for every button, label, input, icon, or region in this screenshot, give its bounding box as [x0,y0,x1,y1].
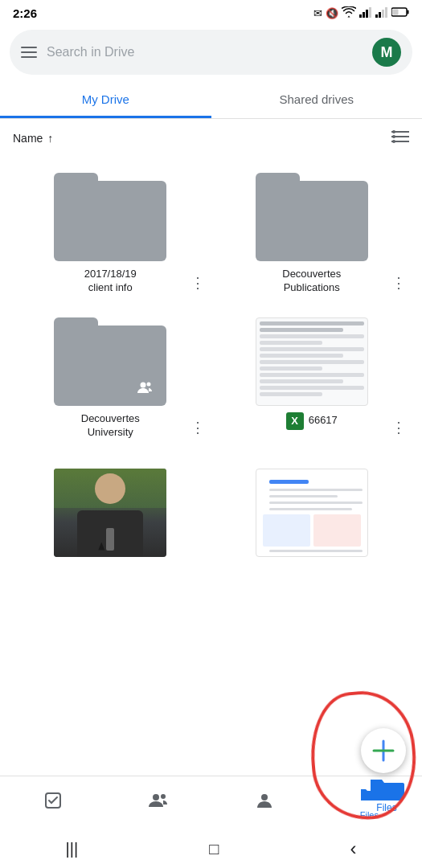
nav-item-account[interactable] [240,788,289,817]
svg-rect-6 [382,10,384,18]
file-item-folder-1[interactable]: 2017/18/19client info ⋮ [10,160,211,305]
sort-arrow-icon: ↑ [47,132,53,145]
file-item-folder-3[interactable]: DecouvertesUniversity ⋮ [10,305,211,449]
file-name-1: 2017/18/19client info [84,268,137,295]
bottom-nav: Files [0,776,422,829]
svg-rect-1 [363,12,365,18]
home-icon[interactable]: □ [209,840,219,858]
file-name-3: DecouvertesUniversity [81,412,140,440]
svg-rect-3 [369,7,371,18]
excel-badge: X [286,412,304,430]
more-options-2[interactable]: ⋮ [388,272,409,293]
signal-icon [359,6,372,20]
nav-item-files-check[interactable] [27,788,79,818]
svg-rect-10 [393,10,399,15]
doc-thumbnail [256,469,368,557]
svg-rect-4 [375,14,378,18]
file-name-spreadsheet: 66617 [309,414,338,428]
files-folder-icon [369,773,404,802]
list-view-icon[interactable] [391,129,409,147]
svg-point-18 [147,382,151,386]
svg-point-20 [153,794,159,800]
sort-name-label: Name [13,132,43,145]
shared-icon [137,381,154,398]
svg-rect-9 [408,10,409,14]
svg-rect-7 [385,7,387,18]
battery-icon [391,7,409,19]
bottom-file-row [0,456,422,573]
file-info-1: 2017/18/19client info [16,268,205,295]
more-options-3[interactable]: ⋮ [187,417,208,438]
search-placeholder: Search in Drive [47,45,363,59]
status-bar: 2:26 ✉ 🔇 [0,0,422,23]
folder-icon-3 [54,317,166,406]
photo-thumbnail [54,469,166,557]
more-options-spreadsheet[interactable]: ⋮ [388,417,409,438]
fab-container [361,728,406,780]
svg-point-22 [261,794,268,800]
fab-add-button[interactable] [361,728,406,773]
search-bar[interactable]: Search in Drive M [10,30,412,75]
file-grid: 2017/18/19client info ⋮ DecouvertesPubli… [0,154,422,456]
wifi-icon [342,6,356,20]
tab-my-drive[interactable]: My Drive [0,81,211,118]
more-options-1[interactable]: ⋮ [187,272,208,293]
folder-icon-2 [256,173,368,261]
back-icon[interactable]: ‹ [350,837,356,860]
tab-shared-drives[interactable]: Shared drives [211,81,423,118]
file-name-2: DecouvertesPublications [282,268,341,295]
svg-point-17 [141,382,146,387]
svg-rect-2 [366,10,368,18]
file-info-2: DecouvertesPublications [218,268,407,295]
file-info-3: DecouvertesUniversity [16,412,205,440]
mute-icon: 🔇 [326,7,338,19]
file-item-photo[interactable] [10,456,211,567]
svg-rect-5 [379,12,381,18]
status-time: 2:26 [13,6,37,20]
status-icons: ✉ 🔇 [313,6,409,20]
hamburger-menu[interactable] [21,47,37,58]
account-icon [256,792,273,814]
mail-icon: ✉ [313,7,322,19]
signal-icon-2 [375,6,388,20]
sort-label[interactable]: Name ↑ [13,132,53,145]
recents-icon[interactable]: ||| [66,840,79,858]
system-nav: ||| □ ‹ [0,829,422,868]
file-info-spreadsheet: X 66617 [218,412,407,430]
file-item-spreadsheet[interactable]: X 66617 ⋮ [211,305,413,449]
svg-point-15 [392,135,395,138]
svg-point-16 [392,140,395,143]
person-photo [54,469,166,557]
tabs-container: My Drive Shared drives [0,81,422,119]
file-item-folder-2[interactable]: DecouvertesPublications ⋮ [211,160,413,305]
files-label: Files [376,802,396,813]
sort-row: Name ↑ [0,119,422,154]
people-icon [149,792,170,813]
nav-item-people[interactable] [133,789,186,817]
folder-icon-1 [54,173,166,261]
svg-point-14 [392,130,395,133]
user-avatar[interactable]: M [372,38,401,67]
spreadsheet-thumbnail [256,317,368,406]
svg-rect-0 [359,14,362,18]
check-square-icon [43,791,63,815]
file-item-doc[interactable] [211,456,413,567]
svg-point-21 [161,794,166,799]
files-folder-button[interactable]: Files [369,773,404,813]
